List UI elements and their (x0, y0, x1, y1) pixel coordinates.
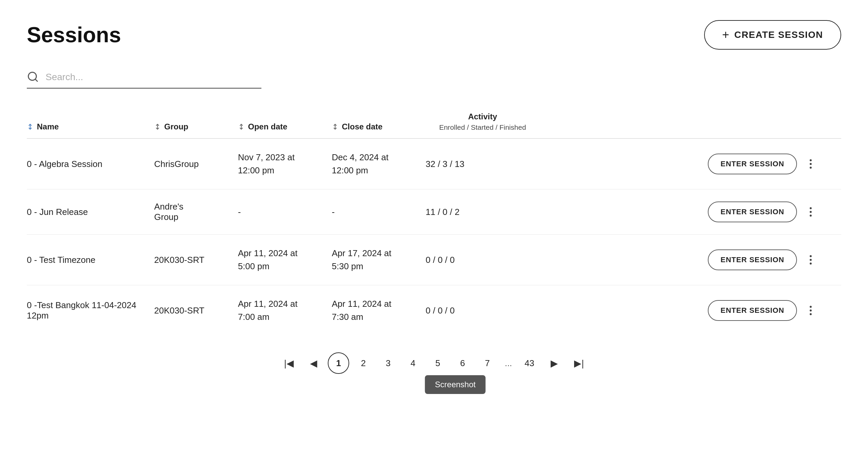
pagination-page-6[interactable]: 6 (452, 353, 473, 374)
pagination-page-1[interactable]: 1 (328, 353, 349, 374)
next-page-icon: ▶ (551, 358, 558, 369)
more-menu-icon-2[interactable] (807, 252, 814, 267)
row-open-date-3: Apr 11, 2024 at7:00 am (238, 297, 332, 324)
pagination-page-2[interactable]: 2 (352, 353, 374, 374)
search-container (27, 66, 261, 89)
enter-session-button-1[interactable]: ENTER SESSION (708, 202, 797, 222)
enter-session-button-2[interactable]: ENTER SESSION (708, 249, 797, 270)
header-activity: Activity Enrolled / Started / Finished (426, 112, 539, 131)
pagination-ellipsis: ... (501, 358, 516, 368)
pagination-prev[interactable]: ◀ (303, 353, 324, 374)
row-close-date-0: Dec 4, 2024 at12:00 pm (332, 151, 426, 177)
header-name: Name (27, 122, 154, 131)
screenshot-tooltip: Screenshot (425, 375, 486, 394)
pagination: |◀ ◀ 1 2 3 4 5 6 7 ... 43 ▶ ▶| Screensho… (27, 336, 841, 384)
row-activity-0: 32 / 3 / 13 (426, 159, 539, 169)
sort-icon-group (154, 123, 161, 130)
more-menu-icon-3[interactable] (807, 303, 814, 318)
row-name-0: 0 - Algebra Session (27, 159, 154, 169)
create-session-label: CREATE SESSION (734, 30, 823, 40)
row-activity-2: 0 / 0 / 0 (426, 255, 539, 265)
table-row: 0 -Test Bangkok 11-04-202412pm 20K030-SR… (27, 285, 841, 336)
last-page-icon: ▶| (574, 358, 584, 369)
row-activity-1: 11 / 0 / 2 (426, 207, 539, 217)
row-open-date-0: Nov 7, 2023 at12:00 pm (238, 151, 332, 177)
table-row: 0 - Jun Release Andre'sGroup - - 11 / 0 … (27, 189, 841, 235)
pagination-page-43[interactable]: 43 (519, 353, 540, 374)
page-title: Sessions (27, 23, 121, 47)
more-menu-icon-1[interactable] (807, 205, 814, 219)
pagination-page-5[interactable]: 5 (427, 353, 448, 374)
svg-line-1 (35, 79, 37, 82)
create-session-button[interactable]: + CREATE SESSION (704, 20, 841, 50)
sort-icon-name (27, 123, 33, 130)
pagination-page-3[interactable]: 3 (377, 353, 399, 374)
row-group-0: ChrisGroup (154, 159, 238, 169)
search-icon (27, 71, 39, 84)
row-name-1: 0 - Jun Release (27, 207, 154, 217)
row-actions-3: ENTER SESSION (539, 300, 821, 321)
more-menu-icon-0[interactable] (807, 157, 814, 171)
pagination-next[interactable]: ▶ (544, 353, 565, 374)
header-group: Group (154, 122, 238, 131)
enter-session-button-3[interactable]: ENTER SESSION (708, 300, 797, 321)
row-actions-1: ENTER SESSION (539, 202, 821, 222)
sort-icon-open-date (238, 123, 245, 130)
table-row: 0 - Test Timezone 20K030-SRT Apr 11, 202… (27, 235, 841, 285)
pagination-page-7[interactable]: 7 (476, 353, 498, 374)
row-open-date-1: - (238, 206, 332, 219)
first-page-icon: |◀ (284, 358, 294, 369)
sort-icon-close-date (332, 123, 339, 130)
table-row: 0 - Algebra Session ChrisGroup Nov 7, 20… (27, 139, 841, 189)
row-close-date-2: Apr 17, 2024 at5:30 pm (332, 247, 426, 273)
page-header: Sessions + CREATE SESSION (27, 20, 841, 50)
row-close-date-1: - (332, 206, 426, 219)
prev-page-icon: ◀ (310, 358, 317, 369)
row-group-3: 20K030-SRT (154, 305, 238, 316)
sessions-table: Name Group Open date (27, 105, 841, 336)
table-header: Name Group Open date (27, 105, 841, 139)
row-group-2: 20K030-SRT (154, 255, 238, 265)
row-name-2: 0 - Test Timezone (27, 255, 154, 265)
row-actions-0: ENTER SESSION (539, 154, 821, 174)
pagination-last[interactable]: ▶| (568, 353, 590, 374)
header-open-date: Open date (238, 122, 332, 131)
row-close-date-3: Apr 11, 2024 at7:30 am (332, 297, 426, 324)
pagination-page-4[interactable]: 4 (402, 353, 424, 374)
row-name-3: 0 -Test Bangkok 11-04-202412pm (27, 300, 154, 321)
row-actions-2: ENTER SESSION (539, 249, 821, 270)
plus-icon: + (722, 29, 730, 41)
pagination-first[interactable]: |◀ (278, 353, 300, 374)
search-input[interactable] (27, 66, 261, 89)
header-close-date: Close date (332, 122, 426, 131)
row-activity-3: 0 / 0 / 0 (426, 305, 539, 316)
enter-session-button-0[interactable]: ENTER SESSION (708, 154, 797, 174)
row-open-date-2: Apr 11, 2024 at5:00 pm (238, 247, 332, 273)
row-group-1: Andre'sGroup (154, 202, 238, 222)
